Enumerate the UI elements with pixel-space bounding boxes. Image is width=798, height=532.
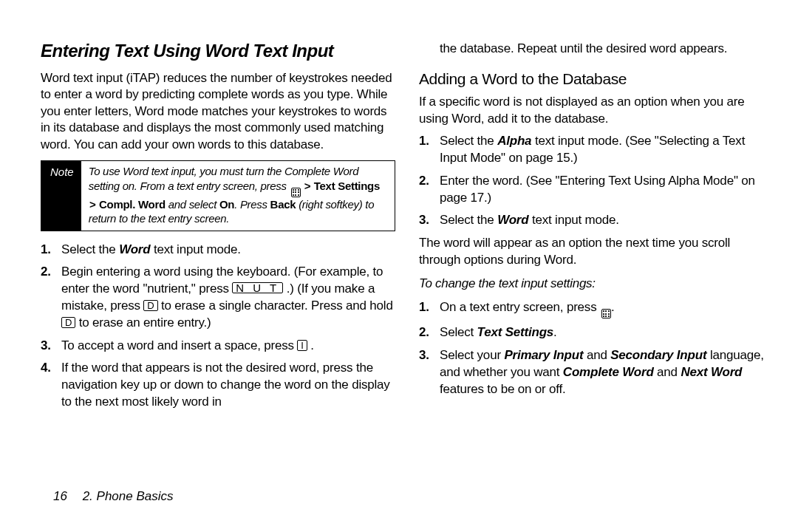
bold-italic-nextword: Next Word <box>681 365 742 379</box>
menu-key-icon <box>601 309 611 318</box>
sub-procedure-heading: To change the text input settings: <box>419 276 765 292</box>
bold-italic-word: Word <box>119 242 150 256</box>
after-paragraph: The word will appear as an option the ne… <box>419 235 765 268</box>
steps-list-3: On a text entry screen, press . Select T… <box>419 299 765 398</box>
bold-italic-primary: Primary Input <box>504 348 583 362</box>
bold-italic-secondary: Secondary Input <box>610 348 706 362</box>
section-heading: Entering Text Using Word Text Input <box>41 41 395 61</box>
intro-paragraph-2: If a specific word is not displayed as a… <box>419 94 765 127</box>
note-bold1: Text Settings <box>314 180 380 192</box>
page-number: 16 <box>53 489 67 503</box>
list-item: To accept a word and insert a space, pre… <box>41 338 395 355</box>
key-i-icon: I <box>297 340 307 351</box>
chapter-label: 2. Phone Basics <box>83 489 174 503</box>
list-item: Select the Word text input mode. <box>41 242 395 259</box>
list-item: Begin entering a word using the keyboard… <box>41 264 395 331</box>
list-item: Select your Primary Input and Secondary … <box>419 347 765 398</box>
greater-than-icon: > <box>89 198 95 211</box>
page-body: Entering Text Using Word Text Input Word… <box>0 0 798 461</box>
bold-italic-completeword: Complete Word <box>563 365 654 379</box>
note-bold3: On <box>219 198 234 211</box>
list-item: On a text entry screen, press . <box>419 299 765 318</box>
note-bold4: Back <box>270 198 296 211</box>
left-column: Entering Text Using Word Text Input Word… <box>41 41 395 417</box>
bold-italic-alpha: Alpha <box>497 134 531 148</box>
greater-than-icon: > <box>304 180 310 192</box>
steps-list-2: Select the Alpha text input mode. (See "… <box>419 133 765 229</box>
note-label: Note <box>41 161 81 231</box>
list-item: If the word that appears is not the desi… <box>41 360 395 410</box>
right-column: the database. Repeat until the desired w… <box>419 41 765 417</box>
intro-paragraph: Word text input (iTAP) reduces the numbe… <box>41 70 395 153</box>
list-item: Select the Word text input mode. <box>419 212 765 229</box>
key-d-icon: D <box>61 317 75 328</box>
steps-list-1: Select the Word text input mode. Begin e… <box>41 242 395 411</box>
list-item: Select Text Settings. <box>419 324 765 341</box>
list-item: Select the Alpha text input mode. (See "… <box>419 133 765 167</box>
note-box: Note To use Word text input, you must tu… <box>41 160 395 231</box>
list-item: Enter the word. (See "Entering Text Usin… <box>419 173 765 207</box>
continuation-paragraph: the database. Repeat until the desired w… <box>419 41 765 57</box>
key-d-icon: D <box>143 300 157 311</box>
menu-key-icon <box>291 188 301 197</box>
bold-italic-word: Word <box>497 213 528 227</box>
page-footer: 16 2. Phone Basics <box>53 489 174 504</box>
bold-italic-textsettings: Text Settings <box>477 325 554 339</box>
note-bold2: Compl. Word <box>99 198 166 211</box>
note-mid1: and select <box>166 198 219 211</box>
subsection-heading: Adding a Word to the Database <box>419 70 765 88</box>
note-mid2: . Press <box>234 198 270 211</box>
key-cluster: N U T <box>232 282 283 293</box>
note-text: To use Word text input, you must turn th… <box>81 161 395 231</box>
